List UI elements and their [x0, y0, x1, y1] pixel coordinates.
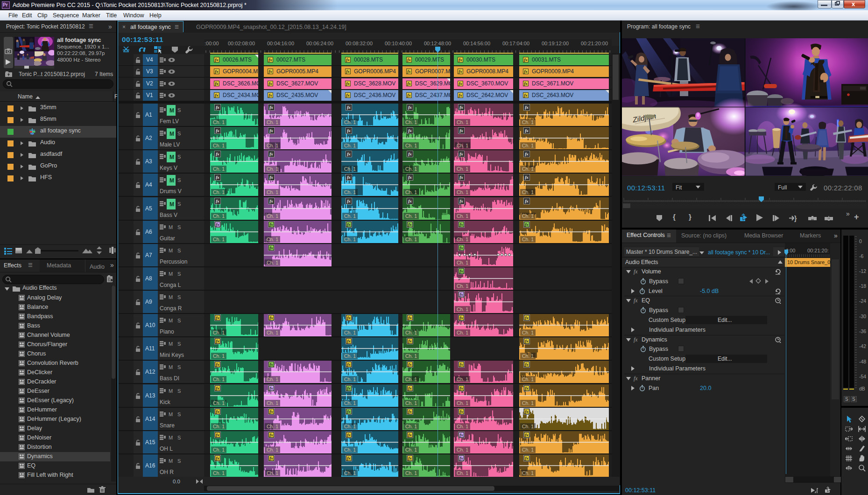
svg-text:}: }: [794, 215, 797, 222]
